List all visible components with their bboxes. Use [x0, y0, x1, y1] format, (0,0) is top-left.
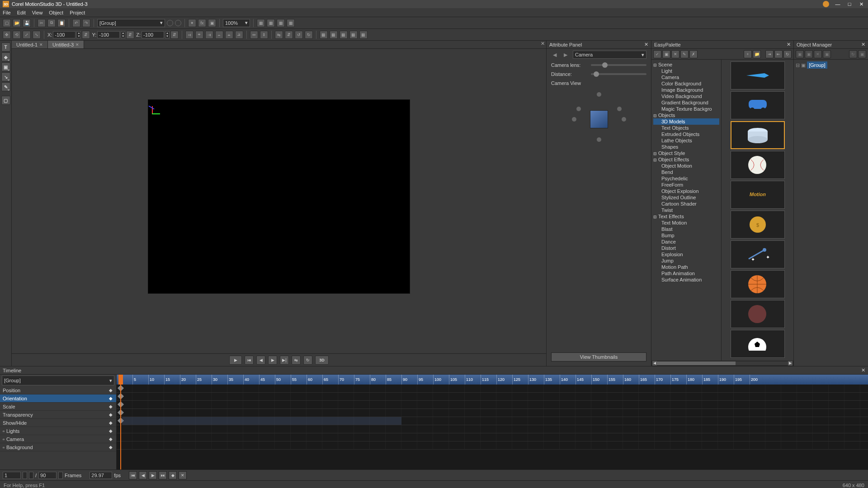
move-tool-icon[interactable]: ✥: [3, 31, 11, 39]
keyframe-toggle-icon[interactable]: ◆: [108, 412, 113, 418]
close-button[interactable]: ✕: [857, 1, 865, 7]
track-row[interactable]: Show/Hide◆: [0, 419, 116, 427]
align-r-icon[interactable]: ⫣: [205, 31, 213, 39]
tree-item[interactable]: Text Effects: [653, 213, 719, 220]
panel-close-icon[interactable]: ✕: [861, 367, 865, 373]
dist-v-icon[interactable]: ⇕: [260, 31, 268, 39]
attr-next-icon[interactable]: ▶: [562, 51, 569, 58]
copy-icon[interactable]: ⧉: [47, 19, 56, 27]
ep-add-icon[interactable]: +: [744, 50, 752, 58]
track-row[interactable]: ▫Lights◆: [0, 427, 116, 435]
layout-1-icon[interactable]: ▦: [257, 19, 265, 27]
extra-4-icon[interactable]: ▦: [349, 31, 358, 39]
tree-item[interactable]: Object Explosion: [653, 188, 719, 194]
z-spinner[interactable]: ▲▼: [165, 31, 170, 38]
thumb-coin[interactable]: $: [731, 211, 785, 239]
tree-item[interactable]: 3D Models: [653, 118, 719, 125]
prev-frame-button[interactable]: ◀: [256, 356, 265, 365]
scale-tool-icon[interactable]: ⤡: [33, 31, 41, 39]
track-lane[interactable]: [117, 409, 868, 417]
track-lane[interactable]: [117, 433, 868, 441]
fx-icon[interactable]: fx: [198, 19, 206, 27]
current-frame-input[interactable]: [3, 472, 21, 479]
undo-icon[interactable]: ↶: [72, 19, 80, 27]
extra-1-icon[interactable]: ▦: [320, 31, 328, 39]
om-ico-3[interactable]: ✕: [814, 50, 822, 58]
track-row[interactable]: Position◆: [0, 386, 116, 394]
ep-refresh-icon[interactable]: ↻: [783, 50, 792, 58]
om-ico-4[interactable]: ▣: [823, 50, 831, 58]
open-icon[interactable]: 📂: [13, 19, 21, 27]
shape-tool-icon[interactable]: ◆: [1, 52, 10, 61]
scale-tool-icon[interactable]: ⤢: [23, 31, 31, 39]
y-spinner[interactable]: ▲▼: [121, 31, 125, 38]
tree-item[interactable]: Bend: [653, 169, 719, 175]
tree-item[interactable]: Dance: [653, 239, 719, 245]
timeline-object-dropdown[interactable]: [Group]▾: [2, 375, 114, 385]
tabs-close-icon[interactable]: ✕: [539, 41, 546, 48]
align-c-icon[interactable]: ⫩: [195, 31, 203, 39]
tree-item[interactable]: Text Motion: [653, 220, 719, 226]
tree-item[interactable]: Stylized Outline: [653, 194, 719, 201]
tab-close-icon[interactable]: ✕: [39, 42, 43, 47]
maximize-button[interactable]: □: [845, 1, 854, 7]
tree-item[interactable]: Motion Path: [653, 264, 719, 270]
panel-close-icon[interactable]: ✕: [787, 42, 791, 47]
align-l-icon[interactable]: ⫤: [185, 31, 193, 39]
camera-lens-slider[interactable]: [591, 64, 646, 66]
panel-close-icon[interactable]: ✕: [861, 42, 865, 47]
object-tree-root[interactable]: [Group]: [807, 61, 827, 69]
path-tool-icon[interactable]: ↘: [1, 72, 10, 81]
tree-item[interactable]: Image Background: [653, 87, 719, 93]
keyframe-toggle-icon[interactable]: ◆: [108, 445, 113, 450]
thumb-bowling[interactable]: [731, 300, 785, 328]
dist-h-icon[interactable]: ⇔: [250, 31, 258, 39]
misc-tool-icon[interactable]: ✎: [1, 82, 10, 91]
flip-v-icon[interactable]: ⇵: [285, 31, 293, 39]
canvas[interactable]: [148, 99, 410, 294]
tree-item[interactable]: Light: [653, 68, 719, 74]
wand-icon[interactable]: ✦: [188, 19, 196, 27]
distance-slider[interactable]: [591, 73, 646, 75]
group-dropdown[interactable]: [Group]▾: [97, 19, 165, 27]
next-frame-button[interactable]: ▶|: [280, 356, 289, 365]
tree-item[interactable]: Camera: [653, 74, 719, 80]
z-input[interactable]: [142, 31, 164, 38]
extra-3-icon[interactable]: ▦: [340, 31, 348, 39]
keyframe-toggle-icon[interactable]: ◆: [108, 428, 113, 434]
ep-folder-icon[interactable]: 📁: [753, 50, 761, 58]
tf-go-end-icon[interactable]: ⏭: [159, 471, 167, 479]
tree-item[interactable]: Path Animation: [653, 270, 719, 277]
zoom-dropdown[interactable]: 100%▾: [223, 19, 250, 27]
timeline-ruler[interactable]: 5101520253035404550556065707580859095100…: [117, 375, 868, 385]
total-spinner[interactable]: [58, 472, 63, 479]
x-input[interactable]: [53, 31, 75, 38]
save-icon[interactable]: 💾: [23, 19, 31, 27]
tree-item[interactable]: Object Motion: [653, 163, 719, 169]
tree-item[interactable]: Jump: [653, 258, 719, 264]
track-lane[interactable]: [117, 385, 868, 393]
track-row[interactable]: Orientation◆: [0, 394, 116, 403]
menu-view[interactable]: View: [32, 10, 43, 15]
primitive-tool-icon[interactable]: ▣: [1, 62, 10, 71]
rotate-tool-icon[interactable]: ⟲: [13, 31, 21, 39]
fps-input[interactable]: [90, 472, 112, 479]
y-input[interactable]: [97, 31, 120, 38]
om-ico-1[interactable]: ▣: [796, 50, 804, 58]
ep-apply-icon[interactable]: ▣: [662, 50, 670, 58]
keyframe-toggle-icon[interactable]: ◆: [108, 420, 113, 426]
tree-item[interactable]: Cartoon Shader: [653, 201, 719, 207]
minimize-button[interactable]: —: [834, 1, 842, 7]
rot-r-icon[interactable]: ↻: [305, 31, 313, 39]
thumb-soccer[interactable]: [731, 330, 785, 358]
track-row[interactable]: Scale◆: [0, 403, 116, 411]
tree-item[interactable]: Text Objects: [653, 125, 719, 131]
menu-project[interactable]: Project: [70, 10, 85, 15]
playhead[interactable]: [120, 375, 121, 469]
om-refresh-icon[interactable]: ↻: [849, 50, 857, 58]
tree-item[interactable]: Object Effects: [653, 156, 719, 163]
track-row[interactable]: ▫Background◆: [0, 443, 116, 451]
tf-go-start-icon[interactable]: ⏮: [129, 471, 137, 479]
extra-2-icon[interactable]: ▦: [330, 31, 338, 39]
tf-prev-key-icon[interactable]: ◀: [139, 471, 147, 479]
